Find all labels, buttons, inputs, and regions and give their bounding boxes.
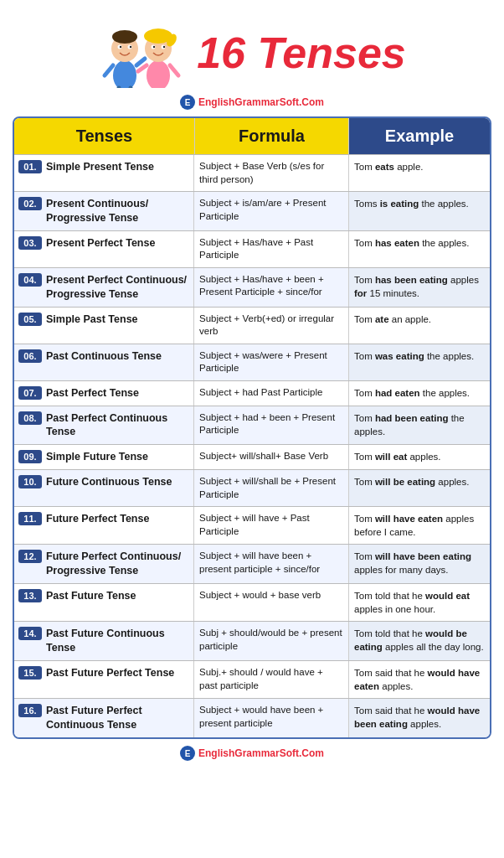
table-row: 10. Future Continuous Tense Subject + wi… <box>14 469 490 506</box>
tense-name-2: Present Continuous/ Progressive Tense <box>46 197 189 225</box>
formula-text-7: Subject + had Past Participle <box>199 386 322 400</box>
tense-name-5: Simple Past Tense <box>46 313 138 327</box>
table-row: 08. Past Perfect Continuous Tense Subjec… <box>14 406 490 445</box>
cell-tenses-5: 05. Simple Past Tense <box>14 308 194 344</box>
cell-example-3: Tom has eaten the apples. <box>349 231 490 267</box>
formula-text-4: Subject + Has/have + been + Present Part… <box>199 273 343 299</box>
row-number-10: 10. <box>18 475 42 488</box>
cartoon-characters <box>98 17 182 88</box>
table-row: 06. Past Continuous Tense Subject + was/… <box>14 344 490 380</box>
cell-tenses-8: 08. Past Perfect Continuous Tense <box>14 406 194 445</box>
example-text-14: Tom told that he would be eating apples … <box>354 628 484 652</box>
cell-example-2: Toms is eating the apples. <box>349 192 490 230</box>
tense-name-12: Future Perfect Continuous/ Progressive T… <box>46 550 189 578</box>
example-text-11: Tom will have eaten apples before I came… <box>354 514 474 537</box>
cell-example-9: Tom will eat apples. <box>349 445 490 469</box>
cell-example-12: Tom will have been eating apples for man… <box>349 545 490 583</box>
website-badge-top: E EnglishGrammarSoft.Com <box>8 92 496 116</box>
example-text-13: Tom told that he would eat apples in one… <box>354 591 470 614</box>
cell-formula-8: Subject + had + been + Present Participl… <box>194 406 349 445</box>
example-text-16: Tom said that he would have been eating … <box>354 706 480 729</box>
cell-tenses-2: 02. Present Continuous/ Progressive Tens… <box>14 192 194 230</box>
svg-line-20 <box>138 65 147 71</box>
tense-name-6: Past Continuous Tense <box>46 349 162 364</box>
row-number-4: 04. <box>18 273 42 287</box>
example-text-2: Toms is eating the apples. <box>354 199 469 209</box>
row-number-11: 11. <box>18 512 42 525</box>
table-header: Tenses Formula Example <box>14 118 490 154</box>
table-row: 05. Simple Past Tense Subject + Verb(+ed… <box>14 307 490 344</box>
tenses-table: Tenses Formula Example 01. Simple Presen… <box>13 116 491 739</box>
website-text-bottom: EnglishGrammarSoft.Com <box>198 747 324 759</box>
cell-tenses-9: 09. Simple Future Tense <box>14 445 194 469</box>
table-body: 01. Simple Present Tense Subject + Base … <box>14 154 490 737</box>
example-text-9: Tom will eat apples. <box>354 452 441 462</box>
cell-formula-5: Subject + Verb(+ed) or irregular verb <box>194 308 349 344</box>
cell-example-16: Tom said that he would have been eating … <box>349 699 490 737</box>
cell-formula-3: Subject + Has/have + Past Participle <box>194 231 349 267</box>
tense-name-4: Present Perfect Continuous/ Progressive … <box>46 273 189 302</box>
svg-point-5 <box>120 46 121 48</box>
formula-text-11: Subject + will have + Past Participle <box>199 512 343 538</box>
table-row: 04. Present Perfect Continuous/ Progress… <box>14 267 490 307</box>
formula-text-8: Subject + had + been + Present Participl… <box>199 411 343 437</box>
formula-text-12: Subject + will have been + present parti… <box>199 550 343 576</box>
row-number-12: 12. <box>18 550 42 563</box>
cell-example-7: Tom had eaten the apples. <box>349 381 490 406</box>
formula-text-3: Subject + Has/have + Past Participle <box>199 236 343 262</box>
svg-text:E: E <box>185 749 191 758</box>
table-row: 15. Past Future Perfect Tense Subj.+ sho… <box>14 660 490 698</box>
cell-formula-15: Subj.+ should / would have + past partic… <box>194 661 349 698</box>
cell-formula-12: Subject + will have been + present parti… <box>194 545 349 583</box>
header: 16 Tenses <box>8 8 496 92</box>
formula-text-6: Subject + was/were + Present Participle <box>199 349 343 375</box>
table-row: 16. Past Future Perfect Continuous Tense… <box>14 698 490 737</box>
row-number-13: 13. <box>18 589 42 602</box>
cell-tenses-12: 12. Future Perfect Continuous/ Progressi… <box>14 545 194 583</box>
col-header-example: Example <box>349 118 490 154</box>
table-row: 01. Simple Present Tense Subject + Base … <box>14 154 490 191</box>
tense-name-14: Past Future Continuous Tense <box>46 627 189 655</box>
tense-name-9: Simple Future Tense <box>46 450 148 464</box>
cell-formula-11: Subject + will have + Past Participle <box>194 507 349 544</box>
page-title: 16 Tenses <box>197 28 406 78</box>
row-number-1: 01. <box>18 160 42 173</box>
cell-tenses-14: 14. Past Future Continuous Tense <box>14 622 194 660</box>
cell-tenses-10: 10. Future Continuous Tense <box>14 470 194 506</box>
cell-tenses-11: 11. Future Perfect Tense <box>14 507 194 544</box>
cell-formula-10: Subject + will/shall be + Present Partic… <box>194 470 349 506</box>
formula-text-10: Subject + will/shall be + Present Partic… <box>199 475 343 501</box>
formula-text-9: Subject+ will/shall+ Base Verb <box>199 450 328 463</box>
cell-formula-9: Subject+ will/shall+ Base Verb <box>194 445 349 469</box>
cell-formula-13: Subject + would + base verb <box>194 584 349 621</box>
cell-formula-6: Subject + was/were + Present Participle <box>194 344 349 380</box>
svg-point-11 <box>147 60 170 88</box>
formula-text-1: Subject + Base Verb (s/es for third pers… <box>199 160 343 186</box>
cell-tenses-1: 01. Simple Present Tense <box>14 155 194 191</box>
formula-text-2: Subject + is/am/are + Present Participle <box>199 197 343 223</box>
tense-name-3: Present Perfect Tense <box>46 236 155 251</box>
tense-name-8: Past Perfect Continuous Tense <box>46 411 189 440</box>
example-text-7: Tom had eaten the apples. <box>354 388 470 398</box>
cell-example-15: Tom said that he would have eaten apples… <box>349 661 490 698</box>
row-number-5: 05. <box>18 313 42 326</box>
formula-text-5: Subject + Verb(+ed) or irregular verb <box>199 313 343 339</box>
cell-example-11: Tom will have eaten apples before I came… <box>349 507 490 544</box>
cell-example-10: Tom will be eating apples. <box>349 470 490 506</box>
svg-point-19 <box>163 46 165 48</box>
tense-name-15: Past Future Perfect Tense <box>46 666 174 680</box>
table-row: 13. Past Future Tense Subject + would + … <box>14 583 490 621</box>
tense-name-1: Simple Present Tense <box>46 160 154 174</box>
website-badge-bottom: E EnglishGrammarSoft.Com <box>8 739 496 765</box>
example-text-1: Tom eats apple. <box>354 162 423 172</box>
cell-tenses-4: 04. Present Perfect Continuous/ Progress… <box>14 268 194 307</box>
website-text-top: EnglishGrammarSoft.Com <box>198 96 324 108</box>
table-row: 14. Past Future Continuous Tense Subj + … <box>14 621 490 660</box>
example-text-10: Tom will be eating apples. <box>354 477 469 487</box>
cell-tenses-15: 15. Past Future Perfect Tense <box>14 661 194 698</box>
row-number-15: 15. <box>18 666 42 680</box>
formula-text-15: Subj.+ should / would have + past partic… <box>199 666 343 692</box>
row-number-14: 14. <box>18 627 42 640</box>
table-row: 11. Future Perfect Tense Subject + will … <box>14 506 490 544</box>
tense-name-11: Future Perfect Tense <box>46 512 149 526</box>
